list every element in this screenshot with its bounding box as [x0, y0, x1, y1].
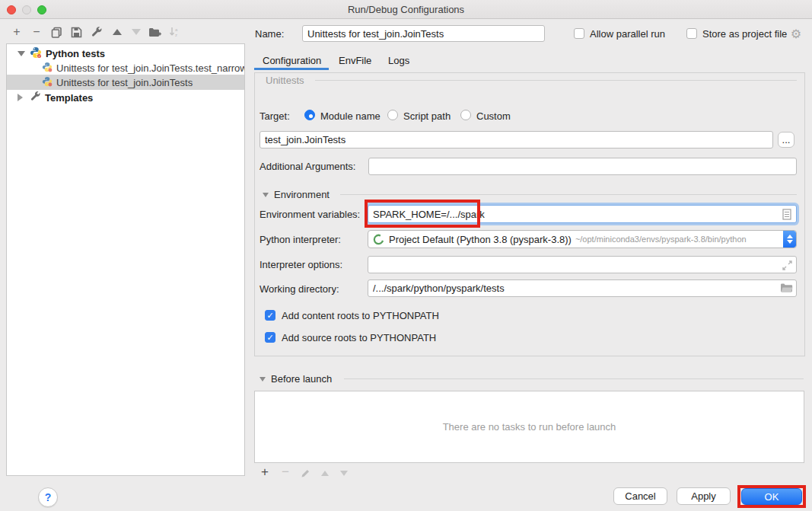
allow-parallel-run-checkbox[interactable]: [574, 28, 584, 39]
remove-icon[interactable]: −: [29, 24, 44, 40]
chevron-down-icon[interactable]: [18, 51, 25, 56]
save-icon[interactable]: [68, 24, 84, 40]
templates-wrench-icon: [30, 91, 41, 104]
python-test-icon: [42, 62, 53, 75]
add-source-roots-checkbox[interactable]: ✓: [265, 332, 275, 343]
before-launch-empty-text: There are no tasks to run before launch: [255, 391, 804, 462]
conda-environment-icon: [373, 234, 384, 245]
tree-item-label: Unittests for test_join.JoinTests.test_n…: [56, 62, 244, 74]
tab-logs[interactable]: Logs: [388, 55, 409, 66]
tree-item-label: Templates: [45, 92, 93, 104]
expand-field-icon[interactable]: [781, 259, 793, 271]
new-folder-icon[interactable]: [147, 24, 162, 40]
add-task-icon[interactable]: +: [258, 465, 272, 479]
move-up-icon[interactable]: [110, 24, 125, 40]
allow-parallel-run-label: Allow parallel run: [590, 28, 665, 40]
before-launch-task-list: There are no tasks to run before launch: [254, 391, 804, 463]
svg-text:a: a: [175, 27, 178, 32]
environment-section-title: Environment: [274, 189, 330, 200]
tree-item-label: Python tests: [46, 48, 105, 59]
help-button[interactable]: ?: [38, 487, 58, 507]
tab-configuration[interactable]: Configuration: [263, 55, 321, 66]
window-title: Run/Debug Configurations: [0, 4, 812, 15]
target-module-name-radio[interactable]: [304, 110, 315, 120]
add-icon[interactable]: +: [9, 24, 24, 40]
target-label: Target:: [260, 110, 290, 122]
additional-arguments-input[interactable]: [368, 158, 797, 175]
copy-icon[interactable]: [49, 24, 64, 40]
python-interpreter-label: Python interpreter:: [260, 234, 341, 245]
sort-alphabetically-icon: az: [167, 24, 182, 40]
target-module-name-label[interactable]: Module name: [320, 110, 381, 122]
browse-folder-icon[interactable]: [779, 282, 793, 294]
target-module-input[interactable]: [260, 131, 773, 149]
store-as-project-file-checkbox[interactable]: [686, 28, 697, 39]
working-directory-input[interactable]: [368, 279, 797, 297]
environment-variables-label: Environment variables:: [260, 209, 360, 220]
before-launch-title: Before launch: [271, 373, 332, 385]
before-launch-rule: [344, 378, 804, 379]
unittests-group-title: Unittests: [266, 75, 304, 86]
interpreter-options-input[interactable]: [368, 256, 797, 273]
additional-arguments-label: Additional Arguments:: [260, 161, 355, 172]
before-launch-section-header[interactable]: Before launch: [260, 373, 332, 385]
move-task-down-icon: [337, 466, 351, 480]
apply-button[interactable]: Apply: [677, 487, 731, 505]
move-task-up-icon: [318, 466, 332, 480]
python-interpreter-value: Project Default (Python 3.8 (pyspark-3.8…: [389, 234, 572, 245]
python-tests-icon: [30, 46, 42, 61]
environment-variables-input[interactable]: [368, 205, 797, 223]
name-label: Name:: [255, 28, 284, 40]
name-input[interactable]: [302, 25, 545, 42]
chevron-down-icon: [263, 193, 269, 197]
python-interpreter-path: ~/opt/miniconda3/envs/pyspark-3.8/bin/py…: [575, 235, 747, 244]
target-custom-label[interactable]: Custom: [476, 110, 511, 122]
tree-item-python-tests[interactable]: Python tests: [7, 46, 244, 61]
environment-section-rule: [340, 194, 797, 195]
cancel-button[interactable]: Cancel: [613, 487, 667, 505]
move-down-icon: [129, 24, 144, 40]
chevron-right-icon[interactable]: [18, 94, 23, 101]
browse-module-button[interactable]: ...: [778, 132, 794, 148]
svg-text:z: z: [175, 33, 177, 37]
add-content-roots-label: Add content roots to PYTHONPATH: [282, 310, 439, 321]
interpreter-stepper-icon[interactable]: [783, 231, 796, 248]
active-tab-underline: [254, 68, 329, 70]
working-directory-label: Working directory:: [260, 283, 339, 295]
edit-environment-variables-icon[interactable]: [781, 208, 793, 220]
python-interpreter-select[interactable]: Project Default (Python 3.8 (pyspark-3.8…: [368, 230, 797, 248]
add-source-roots-label: Add source roots to PYTHONPATH: [282, 332, 436, 343]
tree-item-unittests-selected[interactable]: Unittests for test_join.JoinTests: [7, 75, 244, 90]
edit-templates-wrench-icon[interactable]: [89, 24, 104, 40]
interpreter-options-label: Interpreter options:: [260, 259, 342, 270]
store-as-project-file-label: Store as project file: [702, 28, 787, 40]
unittests-group-rule: [315, 80, 797, 81]
tab-envfile[interactable]: EnvFile: [339, 55, 371, 66]
remove-task-icon: −: [279, 465, 292, 479]
edit-task-pencil-icon: [298, 466, 312, 480]
target-script-path-radio[interactable]: [387, 110, 398, 120]
chevron-down-icon: [260, 377, 266, 382]
ok-button[interactable]: OK: [741, 488, 802, 505]
configurations-tree: Python tests Unittests for test_join.Joi…: [6, 43, 245, 476]
tree-item-templates[interactable]: Templates: [7, 90, 244, 105]
target-script-path-label[interactable]: Script path: [403, 110, 451, 122]
settings-gear-icon[interactable]: ⚙: [789, 27, 803, 40]
target-custom-radio[interactable]: [460, 110, 471, 120]
title-bar: Run/Debug Configurations: [0, 0, 812, 19]
environment-section-header[interactable]: Environment: [263, 189, 330, 200]
tree-item-label: Unittests for test_join.JoinTests: [56, 77, 193, 88]
python-test-icon: [42, 76, 53, 89]
tree-item-unittests-narrow[interactable]: Unittests for test_join.JoinTests.test_n…: [7, 60, 244, 75]
add-content-roots-checkbox[interactable]: ✓: [265, 310, 275, 321]
